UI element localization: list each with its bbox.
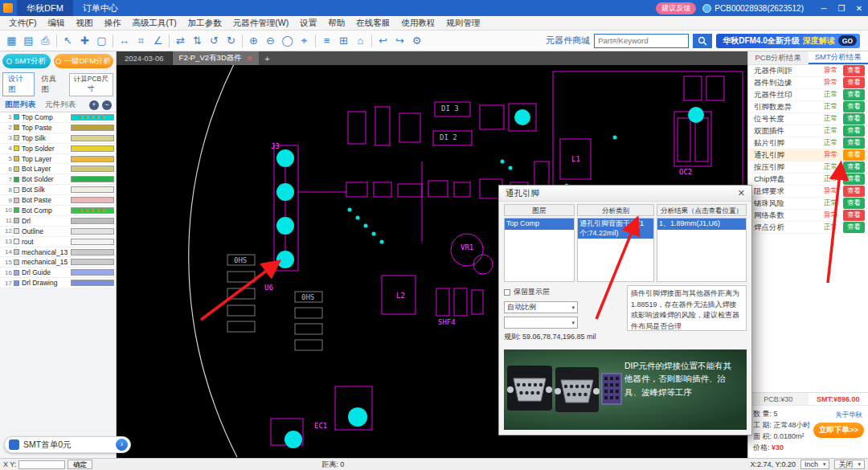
menu-item[interactable]: 加工参数 [182, 18, 227, 29]
menu-item[interactable]: 帮助 [322, 18, 350, 29]
unit-select[interactable]: Inch ▾ [800, 460, 830, 469]
layer-color-chip[interactable] [14, 166, 19, 172]
flip-vertical-icon[interactable]: ⇅ [189, 33, 206, 49]
layer-row[interactable]: 15 mechanical_15 [0, 257, 116, 268]
layer-color-bar[interactable] [71, 218, 114, 224]
redo-icon[interactable]: ↪ [391, 33, 408, 49]
region-select-icon[interactable]: ▢ [93, 33, 110, 49]
service-icon[interactable] [702, 4, 711, 13]
flip-horizontal-icon[interactable]: ⇄ [172, 33, 189, 49]
analysis-row[interactable]: 按压引脚 正常 查看 [748, 161, 868, 174]
menu-item[interactable]: 编辑 [42, 18, 70, 29]
layer-color-bar[interactable] [71, 125, 114, 131]
tab-app[interactable]: 华秋DFM [17, 0, 73, 16]
menu-item[interactable]: 元器件管理(W) [227, 18, 294, 29]
zoom-in-icon[interactable]: ⊕ [245, 33, 262, 49]
layer-row[interactable]: 10 Bot Comp ★★★★★ [0, 206, 116, 216]
view-button[interactable]: 查看 [843, 161, 865, 173]
analysis-row[interactable]: 锡珠风险 正常 查看 [748, 198, 868, 210]
layer-color-bar[interactable] [71, 269, 114, 276]
feedback-button[interactable]: 建议反馈 [656, 2, 696, 14]
add-icon[interactable]: + [89, 100, 99, 110]
secondary-select[interactable]: ▾ [504, 317, 578, 329]
tab-order-center[interactable]: 订单中心 [73, 0, 128, 16]
layer-color-bar[interactable] [71, 186, 114, 193]
layer-color-chip[interactable] [14, 239, 19, 244]
search-button[interactable] [693, 34, 712, 48]
layer-color-chip[interactable] [14, 177, 19, 182]
layer-color-chip[interactable] [14, 280, 19, 286]
upgrade-banner[interactable]: 华秋DFM4.0全新升级 深度解读 GO [716, 34, 860, 48]
view-button[interactable]: 查看 [843, 125, 865, 137]
about-huaqiu-link[interactable]: 关于华秋 [835, 409, 862, 420]
layer-color-chip[interactable] [14, 207, 19, 213]
analysis-row[interactable]: 通孔引脚 异常 查看 [748, 149, 868, 161]
layer-row[interactable]: 17 Drl Drawing [0, 278, 116, 288]
close-button[interactable]: ✕ [850, 4, 868, 13]
tab-smt-results[interactable]: SMT分析结果 [809, 51, 868, 64]
part-search-input[interactable] [594, 34, 689, 48]
menu-item[interactable]: 使用教程 [395, 18, 440, 29]
layer-color-bar[interactable]: ★★★★★ [71, 207, 114, 214]
analysis-row[interactable]: 引脚数差异 正常 查看 [748, 101, 868, 113]
view-button[interactable]: 查看 [843, 174, 865, 185]
result-item[interactable]: 1、1.89mm(J1,U6) [657, 219, 746, 230]
layer-color-chip[interactable] [14, 270, 19, 276]
layer-color-chip[interactable] [14, 125, 19, 130]
layer-row[interactable]: 5 Top Layer [0, 154, 116, 165]
view-button[interactable]: 查看 [843, 101, 865, 112]
order-now-button[interactable]: 立即下单>> [813, 423, 864, 438]
analysis-row[interactable]: 焊点分析 正常 查看 [748, 222, 868, 234]
layer-color-bar[interactable]: ★★★★★ [71, 114, 114, 121]
measure-icon[interactable]: ↔ [116, 33, 133, 49]
crosshair-select[interactable]: 关闭 ▾ [834, 460, 865, 469]
menu-item[interactable]: 视图 [70, 18, 98, 29]
menu-item[interactable]: 规则管理 [440, 18, 485, 29]
layer-row[interactable]: 11 Drl [0, 216, 116, 227]
minimize-button[interactable]: ─ [815, 4, 833, 13]
layer-row[interactable]: 16 Drl Guide [0, 268, 116, 278]
save-icon[interactable]: ▦ [3, 33, 20, 49]
layer-color-chip[interactable] [14, 156, 19, 161]
layer-listbox[interactable]: Top Comp [504, 218, 575, 282]
smt-promo-widget[interactable]: SMT首单0元 › [4, 436, 131, 453]
tab-layer-list[interactable]: 图层列表 [5, 100, 35, 110]
layer-color-chip[interactable] [14, 145, 19, 151]
layer-color-chip[interactable] [14, 260, 19, 265]
category-item[interactable]: 通孔引脚背面干涉(1个:74.22mil) [578, 219, 653, 239]
layer-color-bar[interactable] [71, 249, 114, 255]
print-icon[interactable]: ⎙ [37, 33, 54, 49]
canvas-tab-file[interactable]: F2-P_V2有3D器件 ✕ [173, 51, 260, 65]
layer-color-chip[interactable] [14, 218, 19, 223]
rotate-ccw-icon[interactable]: ↺ [206, 33, 223, 49]
layer-row[interactable]: 13 rout [0, 237, 116, 247]
confirm-button[interactable]: 确定 [68, 460, 92, 469]
tab-add-icon[interactable]: + [259, 51, 275, 65]
layer-row[interactable]: 9 Bot Paste [0, 195, 116, 206]
layer-color-bar[interactable] [71, 197, 114, 203]
keep-layer-checkbox[interactable] [504, 289, 510, 296]
view-button[interactable]: 查看 [843, 89, 865, 100]
menu-item[interactable]: 操作 [98, 18, 126, 29]
view-button[interactable]: 查看 [843, 198, 865, 209]
tab-simulation-view[interactable]: 仿真图 [36, 73, 67, 96]
menu-item[interactable]: 在线客服 [350, 18, 395, 29]
view-button[interactable]: 查看 [843, 137, 865, 149]
layer-row[interactable]: 2 Top Paste [0, 123, 116, 133]
tab-pcb-price[interactable]: PCB:¥30 [748, 393, 809, 405]
analysis-row[interactable]: 双面插件 正常 查看 [748, 125, 868, 137]
dimension-icon[interactable]: ⌗ [133, 33, 149, 49]
layer-row[interactable]: 4 Top Solder [0, 144, 116, 154]
angle-icon[interactable]: ∠ [149, 33, 166, 49]
zoom-out-icon[interactable]: ⊖ [262, 33, 279, 49]
dfm-analysis-button[interactable]: 一键DFM分析 [54, 54, 113, 68]
view-button[interactable]: 查看 [843, 113, 865, 125]
collapse-icon[interactable]: − [102, 100, 112, 110]
category-listbox[interactable]: 通孔引脚背面干涉(1个:74.22mil) [577, 218, 654, 282]
layers-icon[interactable]: ≡ [318, 33, 335, 49]
scale-select[interactable]: 自动比例 ▾ [504, 301, 578, 313]
view-button[interactable]: 查看 [843, 222, 865, 233]
pan-icon[interactable]: ✚ [76, 33, 93, 49]
calc-pcb-size-button[interactable]: 计算PCB尺寸 [69, 73, 113, 96]
menu-item[interactable]: 文件(F) [3, 18, 42, 29]
